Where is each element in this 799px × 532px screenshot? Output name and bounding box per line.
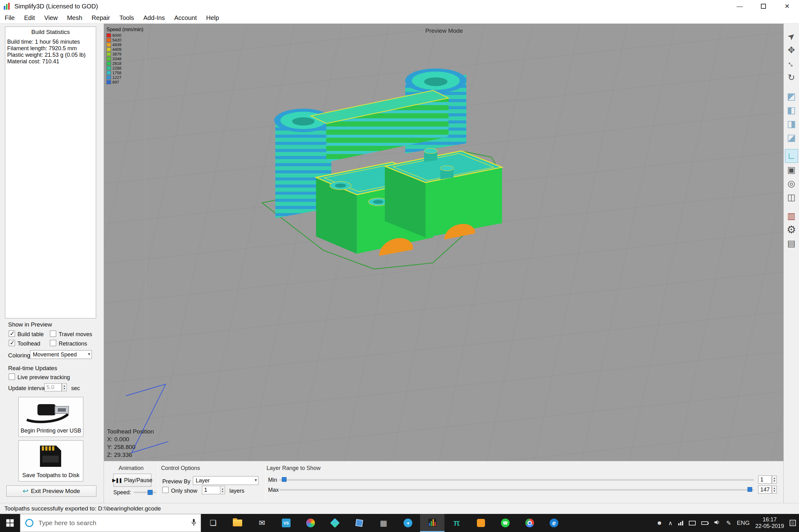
preview-scene <box>104 24 783 461</box>
save-toolpaths-button[interactable]: Save Toolpaths to Disk <box>18 440 83 481</box>
coloring-dropdown[interactable]: Movement Speed ▾ <box>30 350 92 359</box>
chrome-button[interactable] <box>517 514 542 532</box>
network-signal-icon[interactable] <box>678 520 683 526</box>
rotate-tool[interactable]: ↻ <box>785 71 798 84</box>
battery-icon[interactable] <box>701 521 708 525</box>
menu-tools[interactable]: Tools <box>115 13 139 23</box>
menu-file[interactable]: File <box>0 13 19 23</box>
minimize-button[interactable]: — <box>728 0 751 13</box>
support-structures-button[interactable]: ▤ <box>785 236 798 250</box>
menu-edit[interactable]: Edit <box>19 13 39 23</box>
machine-control-button[interactable]: ▥ <box>785 209 798 223</box>
control-options-title: Control Options <box>161 465 200 472</box>
play-pause-label: Play/Pause <box>124 477 152 484</box>
status-message: Toolpaths successfully exported to: D:\\… <box>4 505 161 512</box>
max-spinner[interactable]: ▴▾ <box>772 486 777 494</box>
checkbox-retractions[interactable] <box>50 340 56 346</box>
speaker-icon[interactable] <box>714 519 721 526</box>
speed-slider-track[interactable] <box>133 492 156 493</box>
menu-mesh[interactable]: Mesh <box>62 13 87 23</box>
update-interval-label: Update interval <box>8 385 46 392</box>
pen-icon[interactable]: ✎ <box>726 519 731 527</box>
scale-tool[interactable]: ↔ <box>785 57 798 71</box>
begin-printing-usb-button[interactable]: Begin Printing over USB <box>18 397 83 437</box>
min-slider-handle[interactable] <box>282 477 287 482</box>
legend-value: 3879 <box>112 52 122 56</box>
checkbox-live-preview[interactable] <box>9 374 15 380</box>
max-slider-track[interactable] <box>279 489 754 491</box>
maximize-button[interactable] <box>751 0 775 13</box>
only-show-spinner[interactable]: ▴▾ <box>220 486 225 494</box>
exit-preview-mode-button[interactable]: ↩ Exit Preview Mode <box>6 486 96 497</box>
menu-addins[interactable]: Add-Ins <box>139 13 169 23</box>
view-front-button[interactable]: ◨ <box>785 117 798 130</box>
file-explorer-button[interactable] <box>225 514 250 532</box>
view-default-button[interactable]: ◩ <box>785 89 798 103</box>
menu-repair[interactable]: Repair <box>87 13 115 23</box>
language-indicator[interactable]: ENG <box>737 519 750 526</box>
clock[interactable]: 16:17 22-05-2019 <box>755 516 784 530</box>
pinwheel-icon <box>306 518 315 527</box>
start-button[interactable] <box>0 514 20 532</box>
action-center-icon[interactable] <box>789 520 796 526</box>
microphone-icon[interactable] <box>191 518 196 528</box>
taskbar-search[interactable]: Type here to search <box>20 514 201 532</box>
vscode-button[interactable]: VS <box>274 514 298 532</box>
animation-title: Animation <box>119 465 144 472</box>
hidden-icons-chevron[interactable]: ∧ <box>668 519 673 527</box>
view-side-button[interactable]: ◪ <box>785 130 798 144</box>
preview-by-label: Preview By <box>162 478 190 485</box>
settings-button[interactable]: ⚙ <box>785 223 798 236</box>
3d-printing-app-button[interactable]: ▦ <box>371 514 396 532</box>
whatsapp-button[interactable]: ☎ <box>493 514 517 532</box>
view-cube-toggle[interactable]: ▣ <box>785 163 798 176</box>
close-button[interactable]: ✕ <box>775 0 799 13</box>
max-label: Max <box>268 487 279 493</box>
only-show-checkbox[interactable] <box>162 487 168 493</box>
wireframe-toggle[interactable]: ◎ <box>785 176 798 190</box>
menu-help[interactable]: Help <box>201 13 223 23</box>
cross-section-tool[interactable]: ◫ <box>785 190 798 204</box>
system-tray: ☻ ∧ ✎ ENG 16:17 22-05-2019 <box>656 514 799 532</box>
speed-slider-handle[interactable] <box>148 490 152 495</box>
max-slider-handle[interactable] <box>747 487 752 492</box>
update-interval-spinner[interactable]: ▴▾ <box>62 383 67 391</box>
telegram-button[interactable]: ➤ <box>396 514 420 532</box>
gem-app-button[interactable] <box>323 514 347 532</box>
arduino-button[interactable] <box>469 514 493 532</box>
menu-account[interactable]: Account <box>169 13 201 23</box>
orange-app-icon <box>477 519 485 527</box>
task-view-button[interactable]: ❏ <box>201 514 225 532</box>
play-pause-button[interactable]: ▶❚❚ Play/Pause <box>113 474 151 487</box>
max-value-input[interactable]: 147 <box>758 486 772 494</box>
sd-card-icon <box>21 442 80 469</box>
viewport-3d[interactable]: Speed (mm/min) 6000 5420 4939 4409 3879 … <box>104 24 783 461</box>
stat-filament-length: Filament length: 7920.5 mm <box>7 45 96 52</box>
checkbox-toolhead[interactable] <box>9 340 15 346</box>
window-title: Simplify3D (Licensed to GOD) <box>14 0 98 13</box>
3d-viewer-button[interactable] <box>347 514 371 532</box>
coloring-value: Movement Speed <box>33 352 77 358</box>
min-spinner[interactable]: ▴▾ <box>772 476 777 484</box>
stat-plastic-weight: Plastic weight: 21.53 g (0.05 lb) <box>7 52 96 58</box>
preview-by-dropdown[interactable]: Layer ▾ <box>193 476 258 485</box>
coordinate-axes-toggle[interactable]: ∟ <box>785 149 798 163</box>
support-structures-icon: ▤ <box>787 238 795 249</box>
display-icon[interactable] <box>689 521 696 526</box>
checkbox-travel-moves[interactable] <box>50 330 56 337</box>
update-interval-input[interactable]: 5.0 <box>44 383 62 391</box>
simplify3d-taskbar-button[interactable] <box>420 514 444 532</box>
plotly-button[interactable]: π <box>444 514 469 532</box>
min-slider-track[interactable] <box>279 479 754 480</box>
mail-button[interactable]: ✉ <box>250 514 274 532</box>
move-tool[interactable]: ✥ <box>785 43 798 57</box>
menu-view[interactable]: View <box>40 13 62 23</box>
select-tool[interactable]: ➤ <box>785 29 798 43</box>
edge-button[interactable]: e <box>542 514 566 532</box>
min-value-input[interactable]: 1 <box>758 476 772 484</box>
checkbox-build-table[interactable] <box>9 330 15 337</box>
paint3d-button[interactable] <box>298 514 323 532</box>
legend-value: 5420 <box>112 38 122 42</box>
people-icon[interactable]: ☻ <box>656 519 662 526</box>
view-top-button[interactable]: ◧ <box>785 103 798 117</box>
